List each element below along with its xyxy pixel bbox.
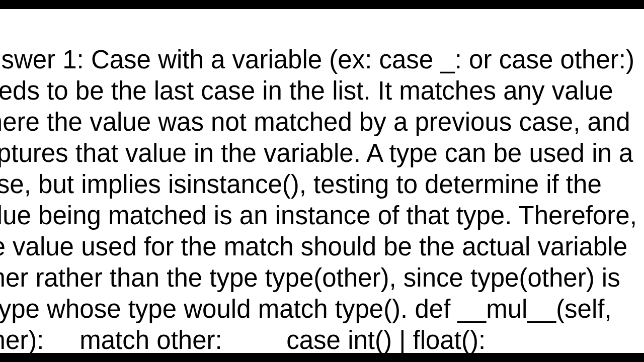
text-line-8: other rather than the type type(other), … <box>0 263 620 292</box>
text-line-3: where the value was not matched by a pre… <box>0 108 630 136</box>
text-line-2: needs to be the last case in the list. I… <box>0 76 613 105</box>
text-line-7: the value used for the match should be t… <box>0 232 627 261</box>
text-line-1: Answer 1: Case with a variable (ex: case… <box>0 45 634 74</box>
document-frame: Answer 1: Case with a variable (ex: case… <box>0 9 644 353</box>
text-line-6: value being matched is an instance of th… <box>0 201 637 230</box>
text-line-10: other): match other: case int() | float(… <box>0 326 486 353</box>
answer-text-block: Answer 1: Case with a variable (ex: case… <box>0 13 644 353</box>
text-line-9: a type whose type would match type(). de… <box>0 295 612 323</box>
text-line-5: case, but implies isinstance(), testing … <box>0 170 602 199</box>
text-line-4: captures that value in the variable. A t… <box>0 139 633 167</box>
